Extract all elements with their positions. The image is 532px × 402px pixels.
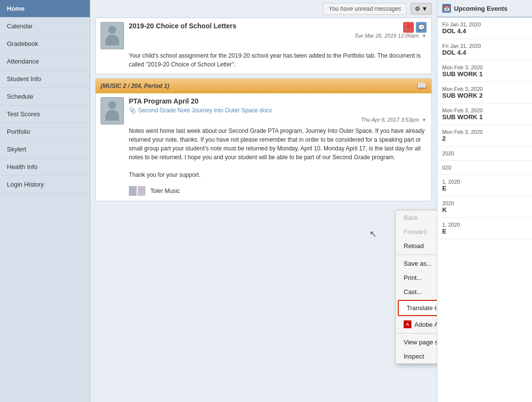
message-meta-2: Thu Apr 6, 2017 3:53pm ▼ — [129, 117, 427, 123]
message-dropdown-2[interactable]: ▼ — [422, 117, 427, 123]
event-item-4: Mon Feb 3, 2020 SUB WORK 1 — [437, 104, 532, 125]
sidebar-item-gradebook[interactable]: Gradebook — [0, 35, 90, 53]
action-icons-1: 🚩 💬 — [403, 22, 427, 33]
top-bar: You have unread messages ⚙ ▼ — [90, 0, 437, 18]
event-title-9: K — [442, 206, 527, 213]
signature-area: Toler Music — [96, 184, 431, 201]
unread-messages-badge: You have unread messages — [323, 3, 407, 15]
signature-colors — [129, 186, 145, 196]
message-dropdown-1[interactable]: ▼ — [422, 33, 427, 39]
event-date-9: 2020 — [442, 200, 527, 206]
message-title-1: 2019-20 Choice of School Letters — [129, 22, 236, 30]
event-date-3: Mon Feb 3, 2020 — [442, 86, 527, 92]
upcoming-events-header: 📅 Upcoming Events — [437, 0, 532, 18]
event-date-2: Mon Feb 3, 2020 — [442, 64, 527, 70]
event-date-1: Fri Jan 31, 2020 — [442, 43, 527, 49]
sidebar-item-home[interactable]: Home — [0, 0, 90, 18]
adobe-acrobat-icon: A — [404, 320, 411, 328]
event-title-3: SUB WORK 2 — [442, 92, 527, 99]
message-card-2: (MUSIC 2 / 204, Period 1) 📖 PTA Program … — [95, 78, 432, 201]
context-menu-print-label: Print... — [404, 274, 422, 281]
sidebar-item-attendance[interactable]: Attendance — [0, 53, 90, 70]
event-item-1: Fri Jan 31, 2020 DOL 4.4 — [437, 39, 532, 61]
context-menu-forward-label: Forward — [404, 228, 427, 235]
sidebar-item-student-info[interactable]: Student Info — [0, 70, 90, 88]
sidebar-item-skylert[interactable]: Skylert — [0, 141, 90, 158]
event-date-4: Mon Feb 3, 2020 — [442, 107, 527, 113]
book-icon: 📖 — [417, 81, 427, 90]
sidebar-item-test-scores[interactable]: Test Scores — [0, 106, 90, 123]
event-item-3: Mon Feb 3, 2020 SUB WORK 2 — [437, 82, 532, 104]
context-menu-forward[interactable]: Forward Alt+Right Arrow — [396, 225, 437, 239]
message-content-1: 2019-20 Choice of School Letters 🚩 💬 Tue… — [129, 22, 427, 41]
signature-name: Toler Music — [150, 188, 180, 194]
settings-button[interactable]: ⚙ ▼ — [410, 3, 432, 15]
event-title-2: SUB WORK 1 — [442, 70, 527, 78]
chat-icon-1[interactable]: 💬 — [416, 22, 427, 33]
event-date-10: 1, 2020 — [442, 222, 527, 228]
context-menu-sep-1 — [396, 254, 437, 255]
context-menu-sep-2 — [396, 333, 437, 334]
attachment-link[interactable]: 📎 Second Grade Note Journey into Outer S… — [129, 107, 427, 114]
context-menu-inspect[interactable]: Inspect Ctrl+Shift+I — [396, 349, 437, 363]
message-content-2: PTA Program April 20 📎 Second Grade Note… — [129, 97, 427, 125]
message-meta-1: Tue Mar 26, 2019 12:00am ▼ — [129, 33, 427, 39]
context-menu-save[interactable]: Save as... Ctrl+S — [396, 256, 437, 271]
context-menu-cast[interactable]: Cast... — [396, 285, 437, 299]
context-menu-translate[interactable]: Translate to English — [398, 300, 437, 316]
event-item-6: 2020 — [437, 147, 532, 161]
event-date-0: Fri Jan 31, 2020 — [442, 21, 527, 27]
context-menu-adobe-label: Adobe Acrobat — [414, 321, 437, 328]
event-item-0: Fri Jan 31, 2020 DOL 4.4 — [437, 18, 532, 39]
context-menu-inspect-label: Inspect — [404, 353, 424, 360]
sidebar-item-portfolio[interactable]: Portfolio — [0, 123, 90, 141]
music-header: (MUSIC 2 / 204, Period 1) 📖 — [96, 79, 431, 93]
message-body-1: Your child's school assignment for the 2… — [96, 51, 431, 74]
event-item-10: 1, 2020 E — [437, 218, 532, 239]
context-menu-view-source-label: View page source — [404, 339, 437, 346]
context-menu-cast-label: Cast... — [404, 288, 422, 296]
context-menu-back-label: Back — [404, 214, 418, 221]
avatar-2 — [101, 97, 124, 125]
message-header-1: 2019-20 Choice of School Letters 🚩 💬 Tue… — [96, 18, 431, 51]
event-title-8: E — [442, 185, 527, 192]
paperclip-icon: 📎 — [129, 107, 136, 114]
sidebar-item-calendar[interactable]: Calendar — [0, 18, 90, 35]
gear-icon: ⚙ — [415, 5, 420, 12]
messages-area: 2019-20 Choice of School Letters 🚩 💬 Tue… — [90, 18, 437, 402]
settings-dropdown-arrow: ▼ — [422, 5, 428, 12]
message-body-2: Notes went home last week about our Seco… — [96, 127, 431, 184]
context-menu-view-source[interactable]: View page source Ctrl+U — [396, 335, 437, 349]
context-menu-save-label: Save as... — [404, 260, 432, 267]
upcoming-events-title: Upcoming Events — [454, 5, 508, 12]
event-item-7: 020 — [437, 161, 532, 175]
event-date-8: 1, 2020 — [442, 179, 527, 185]
event-item-9: 2020 K — [437, 196, 532, 218]
context-menu-adobe[interactable]: A Adobe Acrobat ▶ — [396, 317, 437, 332]
event-item-8: 1, 2020 E — [437, 175, 532, 196]
context-menu-print[interactable]: Print... Ctrl+P — [396, 271, 437, 285]
main-content: You have unread messages ⚙ ▼ 2019-20 Cho… — [90, 0, 437, 402]
event-title-4: SUB WORK 1 — [442, 113, 527, 121]
sidebar-item-login-history[interactable]: Login History — [0, 176, 90, 193]
sidebar-item-health-info[interactable]: Health Info — [0, 158, 90, 176]
context-menu-back[interactable]: Back Alt+Left Arrow — [396, 211, 437, 225]
event-date-7: 020 — [442, 165, 527, 170]
context-menu-reload-label: Reload — [404, 242, 424, 250]
context-menu-translate-label: Translate to English — [407, 304, 437, 312]
calendar-icon: 📅 — [442, 4, 451, 13]
context-menu: Back Alt+Left Arrow Forward Alt+Right Ar… — [395, 210, 437, 364]
event-item-5: Mon Feb 3, 2020 2 — [437, 125, 532, 147]
event-title-5: 2 — [442, 135, 527, 142]
context-menu-reload[interactable]: Reload Ctrl+R — [396, 239, 437, 253]
event-title-0: DOL 4.4 — [442, 27, 527, 35]
right-panel: 📅 Upcoming Events Fri Jan 31, 2020 DOL 4… — [437, 0, 532, 402]
sidebar-item-schedule[interactable]: Schedule — [0, 88, 90, 106]
message-title-2: PTA Program April 20 — [129, 97, 199, 105]
avatar-1 — [101, 22, 124, 49]
event-date-5: Mon Feb 3, 2020 — [442, 129, 527, 135]
sidebar: Home Calendar Gradebook Attendance Stude… — [0, 0, 90, 402]
event-title-10: E — [442, 228, 527, 235]
event-date-6: 2020 — [442, 150, 527, 156]
flag-icon-1[interactable]: 🚩 — [403, 22, 414, 33]
